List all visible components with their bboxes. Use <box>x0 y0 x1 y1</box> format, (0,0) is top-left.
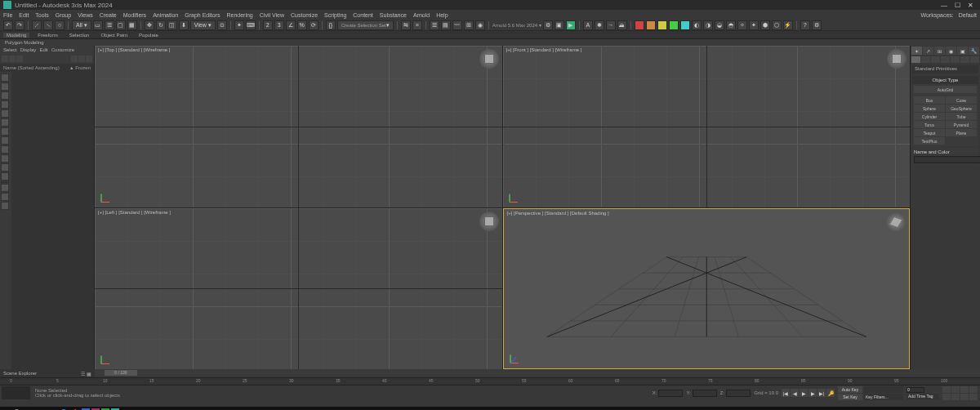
zoom-all-button[interactable] <box>951 386 960 393</box>
goto-start-button[interactable]: |◀ <box>782 389 790 397</box>
layer-explorer-button[interactable]: ☰ <box>430 20 439 30</box>
rotate-button[interactable]: ↻ <box>156 20 166 30</box>
se-footer-btns[interactable]: ☰ ▦ <box>81 371 91 377</box>
next-frame-button[interactable]: ▶ <box>808 389 817 397</box>
viewport-front[interactable]: [+] [Front ] [Standard ] [Wireframe ] <box>503 46 911 207</box>
filter-cameras-icon[interactable] <box>1 100 9 109</box>
snap-3d-button[interactable]: 3 <box>274 20 284 30</box>
goto-end-button[interactable]: ▶| <box>817 389 826 397</box>
maxscript-mini[interactable] <box>2 386 30 399</box>
x-input[interactable] <box>658 390 683 397</box>
se-btn-3[interactable] <box>16 56 23 62</box>
sub-cameras-icon[interactable] <box>941 56 950 63</box>
tab-motion[interactable]: ◉ <box>946 47 956 55</box>
btn-tube[interactable]: Tube <box>946 113 977 120</box>
workspace-dropdown[interactable]: Default <box>959 12 977 18</box>
extra-6-button[interactable]: ✦ <box>749 20 759 30</box>
se-btn-1[interactable] <box>2 56 8 62</box>
sub-lights-icon[interactable] <box>931 56 940 63</box>
filter-all-icon[interactable] <box>1 184 9 192</box>
color-red-button[interactable] <box>635 20 644 30</box>
material-editor-button[interactable]: ◉ <box>475 20 485 30</box>
render-button[interactable]: ▶ <box>566 20 576 30</box>
tab-hierarchy[interactable]: ⊞ <box>934 47 945 55</box>
se-tab-select[interactable]: Select <box>3 47 17 52</box>
time-slider-handle[interactable]: 0 / 100 <box>105 370 137 376</box>
orbit-button[interactable] <box>960 394 969 400</box>
render-setup-button[interactable]: ⚙ <box>543 20 553 30</box>
menu-substance[interactable]: Substance <box>380 12 407 18</box>
curve-editor-button[interactable]: 〰 <box>452 20 462 30</box>
viewcube-left[interactable] <box>479 212 499 231</box>
pan-button[interactable] <box>951 394 960 400</box>
btn-box[interactable]: Box <box>914 96 945 104</box>
selection-filter[interactable]: All ▾ <box>72 20 91 30</box>
btn-teapot[interactable]: Teapot <box>914 129 945 136</box>
autokey-button[interactable]: Auto Key <box>838 386 862 393</box>
filter-hidden-icon[interactable] <box>1 163 9 172</box>
scene-explorer-header[interactable]: Name (Sorted Ascending) ▲ Frozen <box>0 64 94 72</box>
toggle-ribbon-button[interactable]: ▤ <box>441 20 451 30</box>
sub-systems-icon[interactable] <box>970 56 979 63</box>
filter-lights-icon[interactable] <box>1 91 9 100</box>
menu-file[interactable]: File <box>3 12 12 18</box>
btn-plane[interactable]: Plane <box>946 129 977 136</box>
prev-frame-button[interactable]: ◀ <box>791 389 799 397</box>
select-region-button[interactable]: ▢ <box>116 20 126 30</box>
filter-invert-icon[interactable] <box>1 202 9 210</box>
extra-9-button[interactable]: ⚡ <box>783 20 793 30</box>
filter-none-icon[interactable] <box>1 193 9 201</box>
time-slider[interactable]: 0 / 100 <box>95 369 980 376</box>
viewcube-top[interactable] <box>479 49 499 69</box>
bind-button[interactable]: ○ <box>55 20 65 30</box>
color-orange-button[interactable] <box>646 20 656 30</box>
extra-8-button[interactable]: ⬡ <box>772 20 782 30</box>
filter-groups-icon[interactable] <box>1 154 9 163</box>
ribbon-tab-freeform[interactable]: Freeform <box>34 33 60 38</box>
btn-pyramid[interactable]: Pyramid <box>946 121 977 128</box>
extra-4-button[interactable]: ◓ <box>726 20 736 30</box>
sub-helpers-icon[interactable] <box>951 56 960 63</box>
se-tab-display[interactable]: Display <box>20 47 37 52</box>
btn-torus[interactable]: Torus <box>914 121 945 128</box>
undo-button[interactable]: ↶ <box>3 20 13 30</box>
ribbon-sub[interactable]: Polygon Modeling <box>0 39 980 46</box>
maximize-viewport-button[interactable] <box>969 394 978 400</box>
maximize-button[interactable]: ☐ <box>951 1 964 9</box>
se-btn-6[interactable] <box>86 56 92 62</box>
menu-content[interactable]: Content <box>353 12 373 18</box>
viewcube-front[interactable] <box>887 49 906 69</box>
ribbon-tab-populate[interactable]: Populate <box>136 33 162 38</box>
civil-button[interactable]: ⛰ <box>617 20 627 30</box>
help-icon[interactable]: ? <box>800 20 810 30</box>
zoom-button[interactable] <box>942 386 951 393</box>
keyfilters-button[interactable]: Key Filters... <box>864 394 903 400</box>
manipulate-button[interactable]: ✦ <box>234 20 244 30</box>
filter-frozen-icon[interactable] <box>1 172 9 180</box>
settings-icon[interactable]: ⚙ <box>812 20 822 30</box>
ribbon-tab-selection[interactable]: Selection <box>66 33 93 38</box>
menu-tools[interactable]: Tools <box>35 12 48 18</box>
z-input[interactable] <box>726 390 751 397</box>
ribbon-tab-modeling[interactable]: Modeling <box>3 33 29 38</box>
track-bar[interactable]: 0510152025303540455055606570758085909510… <box>0 377 980 385</box>
color-cyan-button[interactable] <box>680 20 690 30</box>
addtime-button[interactable]: Add Time Tag <box>906 394 939 399</box>
color-yellow-button[interactable] <box>657 20 667 30</box>
viewport-persp-label[interactable]: [+] [Perspective ] [Standard ] [Default … <box>507 211 609 216</box>
close-button[interactable]: ✕ <box>964 1 977 9</box>
extra-7-button[interactable]: ⬢ <box>760 20 770 30</box>
object-type-header[interactable]: Object Type <box>912 76 978 84</box>
selection-set-dropdown[interactable]: Create Selection Set ▾ <box>337 20 394 30</box>
viewcube-persp[interactable] <box>886 212 906 232</box>
viewport-front-label[interactable]: [+] [Front ] [Standard ] [Wireframe ] <box>506 47 582 52</box>
rendered-frame-button[interactable]: ▣ <box>555 20 564 30</box>
viewport-left-label[interactable]: [+] [Left ] [Standard ] [Wireframe ] <box>98 210 171 215</box>
filter-particle-icon[interactable] <box>1 136 9 145</box>
tab-create[interactable]: ✦ <box>911 47 922 55</box>
filter-xref-icon[interactable] <box>1 145 9 154</box>
viewport-top-label[interactable]: [+] [Top ] [Standard ] [Wireframe ] <box>98 47 171 52</box>
select-name-button[interactable]: ☰ <box>105 20 114 30</box>
menu-rendering[interactable]: Rendering <box>226 12 252 18</box>
btn-cone[interactable]: Cone <box>946 96 977 104</box>
